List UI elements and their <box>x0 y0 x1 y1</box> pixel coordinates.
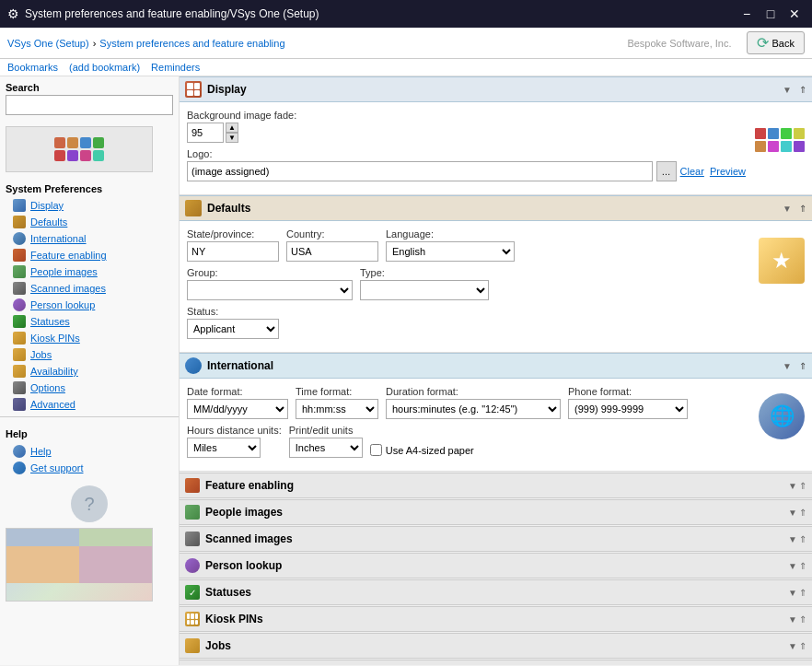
sidebar-item-get-support[interactable]: Get support <box>0 460 179 476</box>
app-icon: ⚙ <box>7 6 19 21</box>
jobs-label: Jobs <box>205 639 788 652</box>
international-collapse-icon[interactable]: ▼ <box>783 361 792 371</box>
sidebar-label-kiosk-pins: Kiosk PINs <box>30 333 80 344</box>
phone-format-select[interactable]: (999) 999-9999 <box>568 399 688 419</box>
duration-format-group: Duration format: hours:minutes (e.g. "12… <box>386 386 561 419</box>
preview-link[interactable]: Preview <box>710 166 746 177</box>
sidebar-label-availability: Availability <box>30 366 78 377</box>
kiosk-pins-section[interactable]: Kiosk PINs ▼ ⇑ <box>180 606 812 632</box>
sidebar-item-people-images[interactable]: People images <box>0 263 179 280</box>
state-group: State/province: <box>187 228 279 262</box>
help-icon <box>13 445 26 458</box>
logo-input[interactable] <box>187 161 653 181</box>
date-format-select[interactable]: MM/dd/yyyy <box>187 399 288 419</box>
sidebar-item-options[interactable]: Options <box>0 380 179 396</box>
logo-actions: Clear Preview <box>680 166 746 177</box>
person-lookup-expand-all[interactable]: ⇑ <box>799 561 806 571</box>
date-time-duration-phone-row: Date format: MM/dd/yyyy Time format: hh:… <box>187 386 749 419</box>
statuses-section[interactable]: ✓ Statuses ▼ ⇑ <box>180 579 812 605</box>
statuses-label: Statuses <box>205 586 788 599</box>
reminders-link[interactable]: Reminders <box>151 62 200 73</box>
sidebar-item-international[interactable]: International <box>0 230 179 247</box>
breadcrumb-current-link[interactable]: System preferences and feature enabling <box>99 38 284 49</box>
sidebar-item-advanced[interactable]: Advanced <box>0 396 179 413</box>
a4-checkbox[interactable] <box>370 444 382 456</box>
availability-section[interactable]: Availability ▼ ⇑ <box>180 660 812 665</box>
defaults-collapse-icon[interactable]: ▼ <box>783 204 792 214</box>
jobs-expand-all[interactable]: ⇑ <box>799 641 806 651</box>
display-section-header[interactable]: Display ▼ ⇑ <box>180 76 812 102</box>
sidebar: Search System Preferences Display Defaul… <box>0 76 180 665</box>
scanned-images-expand-all[interactable]: ⇑ <box>799 534 806 544</box>
display-expand-all-icon[interactable]: ⇑ <box>799 85 806 95</box>
time-format-label: Time format: <box>296 386 378 397</box>
international-section-icon <box>185 357 202 374</box>
people-images-section[interactable]: People images ▼ ⇑ <box>180 499 812 525</box>
language-label: Language: <box>386 228 515 240</box>
jobs-section[interactable]: Jobs ▼ ⇑ <box>180 633 812 659</box>
duration-format-select[interactable]: hours:minutes (e.g. "12:45") <box>386 399 561 419</box>
sidebar-item-statuses[interactable]: Statuses <box>0 313 179 330</box>
scanned-images-section[interactable]: Scanned images ▼ ⇑ <box>180 526 812 552</box>
back-button[interactable]: ⟳ Back <box>747 31 805 54</box>
kiosk-pins-icon <box>13 332 26 345</box>
international-expand-all-icon[interactable]: ⇑ <box>799 361 806 371</box>
minimize-button[interactable]: − <box>737 4 757 24</box>
sidebar-item-defaults[interactable]: Defaults <box>0 214 179 230</box>
defaults-expand-all-icon[interactable]: ⇑ <box>799 204 806 214</box>
sidebar-item-availability[interactable]: Availability <box>0 363 179 380</box>
group-select[interactable] <box>187 280 353 300</box>
defaults-section-header[interactable]: Defaults ▼ ⇑ <box>180 195 812 221</box>
sidebar-item-scanned-images[interactable]: Scanned images <box>0 280 179 297</box>
add-bookmark-link[interactable]: (add bookmark) <box>69 62 140 73</box>
sidebar-item-person-lookup[interactable]: Person lookup <box>0 297 179 313</box>
display-collapse-icon[interactable]: ▼ <box>783 85 792 95</box>
feature-enabling-label: Feature enabling <box>205 479 788 492</box>
sidebar-item-kiosk-pins[interactable]: Kiosk PINs <box>0 330 179 346</box>
sidebar-item-display[interactable]: Display <box>0 197 179 214</box>
close-button[interactable]: ✕ <box>784 4 805 24</box>
a4-label[interactable]: Use A4-sized paper <box>386 445 474 456</box>
breadcrumb-root-link[interactable]: VSys One (Setup) <box>7 38 89 49</box>
sidebar-item-jobs[interactable]: Jobs <box>0 346 179 363</box>
feature-enabling-expand-all[interactable]: ⇑ <box>799 481 806 491</box>
logo-browse-button[interactable]: … <box>656 161 677 181</box>
feature-enabling-section[interactable]: Feature enabling ▼ ⇑ <box>180 473 812 498</box>
international-section-header[interactable]: International ▼ ⇑ <box>180 353 812 379</box>
nav-bar: Bookmarks (add bookmark) Reminders <box>0 59 812 76</box>
clear-link[interactable]: Clear <box>680 166 704 177</box>
kiosk-pins-expand-all[interactable]: ⇑ <box>799 614 806 625</box>
hours-distance-select[interactable]: Miles <box>187 438 261 458</box>
country-group: Country: <box>286 228 378 262</box>
feature-enabling-chevron: ▼ <box>788 481 797 491</box>
language-select[interactable]: English <box>386 241 515 262</box>
state-input[interactable] <box>187 241 279 262</box>
person-lookup-section[interactable]: Person lookup ▼ ⇑ <box>180 553 812 578</box>
statuses-expand-all[interactable]: ⇑ <box>799 588 806 598</box>
sidebar-label-get-support: Get support <box>30 462 83 473</box>
help-section: Help Help Get support <box>0 421 179 480</box>
people-images-collapsed-icon <box>185 505 200 520</box>
bg-fade-decrement[interactable]: ▼ <box>226 133 238 143</box>
country-input[interactable] <box>286 241 378 262</box>
sidebar-item-help[interactable]: Help <box>0 443 179 460</box>
group-group: Group: <box>187 267 353 300</box>
type-select[interactable] <box>360 280 489 300</box>
bookmarks-link[interactable]: Bookmarks <box>7 62 58 73</box>
people-images-expand-all[interactable]: ⇑ <box>799 508 806 518</box>
people-images-icon <box>13 265 26 278</box>
status-select[interactable]: Applicant <box>187 319 279 339</box>
display-section-controls: ▼ ⇑ <box>783 85 806 95</box>
sidebar-item-feature-enabling[interactable]: Feature enabling <box>0 247 179 263</box>
time-format-select[interactable]: hh:mm:ss <box>296 399 378 419</box>
statuses-collapsed-icon: ✓ <box>185 585 200 600</box>
main-layout: Search System Preferences Display Defaul… <box>0 76 812 665</box>
logo-label: Logo: <box>187 148 746 159</box>
maximize-button[interactable]: □ <box>760 4 781 24</box>
bg-fade-increment[interactable]: ▲ <box>226 123 238 133</box>
system-preferences-title: System Preferences <box>0 178 179 197</box>
print-units-select[interactable]: Inches <box>289 438 363 458</box>
search-input[interactable] <box>6 95 173 115</box>
bg-fade-input[interactable] <box>187 123 224 143</box>
display-section-icon <box>185 81 202 98</box>
